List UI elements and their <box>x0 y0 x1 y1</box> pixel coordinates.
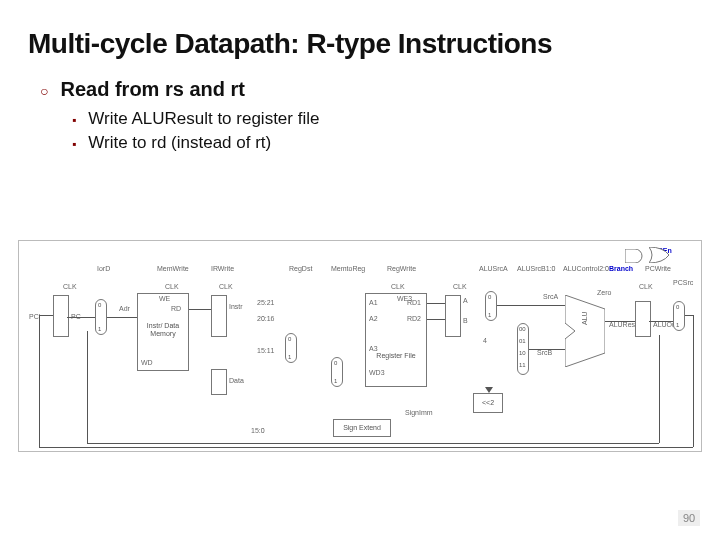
label-rf-a3: A3 <box>369 345 378 352</box>
label-pcwrite: PCWrite <box>645 265 671 272</box>
label-srcb: SrcB <box>537 349 552 356</box>
bullet-write-rd: Write to rd (instead of rt) <box>72 133 692 153</box>
wire-pcprime-bottom <box>39 447 693 448</box>
block-alu <box>565 295 605 367</box>
label-rf-rd1: RD1 <box>407 299 421 306</box>
wire-aluout-to-pcsrcmux <box>649 321 673 322</box>
label-rf-a2: A2 <box>369 315 378 322</box>
label-memtoreg: MemtoReg <box>331 265 365 272</box>
label-clk-ab: CLK <box>453 283 467 290</box>
label-branch: Branch <box>609 265 633 272</box>
label-alusrca: ALUSrcA <box>479 265 508 272</box>
block-reg-a <box>445 295 461 337</box>
wire-srcb-to-alu <box>529 349 565 350</box>
label-clk-mem: CLK <box>165 283 179 290</box>
label-regdst: RegDst <box>289 265 312 272</box>
label-memwrite: MemWrite <box>157 265 189 272</box>
datapath-diagram: IorD MemWrite IRWrite RegDst MemtoReg Re… <box>18 240 702 452</box>
label-regwrite: RegWrite <box>387 265 416 272</box>
bullet-list-l2: Write ALUResult to register file Write t… <box>28 109 692 153</box>
wire-feedback-down <box>659 335 660 443</box>
mux-pcsrc: 0 1 <box>673 301 685 331</box>
mux-alusrca: 0 1 <box>485 291 497 321</box>
label-const4: 4 <box>483 337 487 344</box>
wire-feedback-bottom <box>87 443 659 444</box>
label-field-rs: 25:21 <box>257 299 275 306</box>
label-reg-a: A <box>463 297 468 304</box>
label-srca: SrcA <box>543 293 558 300</box>
bullet-write-aluresult: Write ALUResult to register file <box>72 109 692 129</box>
label-mem-rd: RD <box>171 305 181 312</box>
label-signimm: SignImm <box>405 409 433 416</box>
wire-pc-to-iordmux <box>67 317 95 318</box>
bullet-list-l1: Read from rs and rt <box>28 78 692 101</box>
label-iord: IorD <box>97 265 110 272</box>
wire-pcsrc-down <box>693 315 694 447</box>
shl2-tri-icon <box>485 387 493 393</box>
label-mem-we: WE <box>159 295 170 302</box>
block-ir-reg <box>211 295 227 337</box>
label-clk-rf: CLK <box>391 283 405 290</box>
label-mem-wd: WD <box>141 359 153 366</box>
label-clk-pc: CLK <box>63 283 77 290</box>
wire-pcprime-to-pc <box>39 315 53 316</box>
label-rf-rd2: RD2 <box>407 315 421 322</box>
block-pc-reg <box>53 295 69 337</box>
label-alusrcb: ALUSrcB1:0 <box>517 265 556 272</box>
label-data-reg: Data <box>229 377 244 384</box>
gate-and-branch <box>625 249 643 263</box>
wire-mem-to-ir <box>189 309 211 310</box>
mux-alusrcb: 00 01 10 11 <box>517 323 529 375</box>
label-pcsrc: PCSrc <box>673 279 693 286</box>
svg-marker-0 <box>565 295 605 367</box>
wire-iordmux-to-mem <box>107 317 137 318</box>
gate-or-pcen <box>649 247 669 263</box>
mux-regdst: 0 1 <box>285 333 297 363</box>
wire-srca-to-alu <box>497 305 565 306</box>
label-clk-ir: CLK <box>219 283 233 290</box>
label-irwrite: IRWrite <box>211 265 234 272</box>
label-field-imm: 15:0 <box>251 427 265 434</box>
wire-alu-to-aluout <box>605 321 635 322</box>
label-rf-a1: A1 <box>369 299 378 306</box>
slide-title: Multi-cycle Datapath: R-type Instruction… <box>28 28 692 60</box>
wire-rd2-to-b <box>427 319 445 320</box>
wire-feedback-up <box>87 331 88 443</box>
mux-iord: 0 1 <box>95 299 107 335</box>
label-reg-b: B <box>463 317 468 324</box>
label-adr: Adr <box>119 305 130 312</box>
label-alu: ALU <box>581 311 588 325</box>
slide: Multi-cycle Datapath: R-type Instruction… <box>0 0 720 540</box>
wire-pcsrc-out <box>685 315 693 316</box>
wire-rd1-to-a <box>427 303 445 304</box>
wire-pcprime-up <box>39 315 40 447</box>
page-number: 90 <box>678 510 700 526</box>
label-rf-wd3: WD3 <box>369 369 385 376</box>
label-clk-aluout: CLK <box>639 283 653 290</box>
block-aluout-reg <box>635 301 651 337</box>
label-alucontrol: ALUControl2:0 <box>563 265 609 272</box>
block-sign-extend: Sign Extend <box>333 419 391 437</box>
label-field-rd: 15:11 <box>257 347 275 354</box>
block-shl2: <<2 <box>473 393 503 413</box>
bullet-read-rs-rt: Read from rs and rt <box>40 78 692 101</box>
label-field-rt: 20:16 <box>257 315 275 322</box>
block-data-reg <box>211 369 227 395</box>
label-instr: Instr <box>229 303 243 310</box>
mux-memtoreg: 0 1 <box>331 357 343 387</box>
label-zero: Zero <box>597 289 611 296</box>
